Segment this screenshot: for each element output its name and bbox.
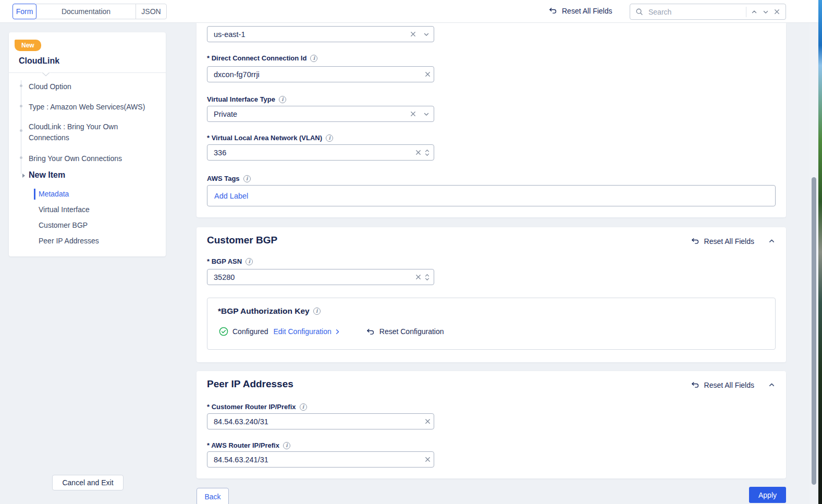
aws-tags-box: Add Label — [207, 185, 776, 206]
customer-router-label-text: * Customer Router IP/Prefix — [207, 403, 296, 411]
search-box — [630, 4, 786, 20]
sidebar-item-peer-ip-addresses[interactable]: Peer IP Addresses — [39, 237, 99, 245]
customer-router-clear-icon[interactable] — [421, 414, 434, 429]
bgp-asn-clear-icon[interactable] — [412, 269, 424, 285]
info-icon[interactable]: i — [283, 442, 290, 449]
search-input[interactable] — [647, 7, 742, 17]
tab-form[interactable]: Form — [13, 4, 36, 19]
info-icon[interactable]: i — [326, 134, 333, 142]
customer-router-input[interactable] — [207, 413, 434, 429]
search-next-icon[interactable] — [762, 8, 769, 16]
direct-connect-id-label: * Direct Connect Connection Id i — [207, 54, 317, 62]
sidebar-panel: New CloudLink Cloud Option Type : Amazon… — [9, 32, 166, 256]
bgp-asn-label: * BGP ASN i — [207, 257, 253, 265]
region-select[interactable] — [207, 26, 434, 42]
aws-router-label-text: * AWS Router IP/Prefix — [207, 441, 279, 449]
aws-router-clear-icon[interactable] — [421, 452, 434, 467]
sidebar-item-new-item[interactable]: New Item — [29, 170, 65, 180]
vlan-value[interactable] — [207, 149, 412, 157]
vlan-label-text: * Virtual Local Area Network (VLAN) — [207, 134, 322, 142]
reset-all-fields-button[interactable]: Reset All Fields — [548, 6, 612, 15]
virtual-interface-type-label-text: Virtual Interface Type — [207, 95, 275, 103]
virtual-interface-type-value[interactable] — [207, 110, 407, 118]
peer-ip-reset-button[interactable]: Reset All Fields — [691, 380, 754, 389]
desktop-edge-strip — [818, 0, 822, 504]
configured-status-text: Configured — [232, 327, 268, 336]
info-icon[interactable]: i — [279, 96, 286, 103]
tab-documentation[interactable]: Documentation — [36, 4, 136, 19]
direct-connect-clear-icon[interactable] — [421, 67, 434, 82]
peer-ip-collapse-icon[interactable] — [768, 381, 776, 389]
info-icon[interactable]: i — [300, 403, 307, 411]
tree-bullet — [20, 84, 22, 87]
aws-router-input[interactable] — [207, 451, 434, 468]
customer-bgp-collapse-icon[interactable] — [768, 237, 776, 245]
sidebar-item-metadata[interactable]: Metadata — [39, 190, 69, 198]
back-button[interactable]: Back — [197, 488, 229, 504]
sidebar-item-type-aws[interactable]: Type : Amazon Web Services(AWS) — [29, 102, 145, 113]
sidebar-title: CloudLink — [19, 56, 59, 66]
bgp-asn-input[interactable] — [207, 269, 434, 285]
region-select-value[interactable] — [207, 30, 407, 39]
customer-bgp-reset-button[interactable]: Reset All Fields — [691, 237, 754, 245]
info-icon[interactable]: i — [313, 308, 321, 315]
metadata-section-card: * Direct Connect Connection Id i Virtual… — [197, 23, 786, 217]
add-label-button[interactable]: Add Label — [214, 192, 248, 200]
tree-bullet — [20, 129, 22, 132]
vif-type-dropdown-icon[interactable] — [419, 106, 434, 121]
cancel-and-exit-button[interactable]: Cancel and Exit — [52, 475, 124, 490]
direct-connect-id-value[interactable] — [207, 70, 421, 79]
sidebar-divider — [9, 72, 166, 73]
search-clear-icon[interactable] — [774, 8, 780, 15]
direct-connect-id-input[interactable] — [207, 66, 434, 82]
region-clear-icon[interactable] — [407, 27, 419, 42]
undo-icon — [366, 327, 375, 336]
divider-caret-icon — [42, 72, 50, 77]
info-icon[interactable]: i — [243, 175, 251, 182]
sidebar-item-cloudlink-byoc[interactable]: CloudLink : Bring Your Own Connections — [29, 121, 142, 143]
tree-connector-line — [21, 80, 21, 174]
reset-configuration-button[interactable]: Reset Configuration — [366, 327, 444, 336]
bgp-auth-key-box: *BGP Authorization Key i Configured Edit… — [207, 298, 776, 350]
sidebar-item-customer-bgp[interactable]: Customer BGP — [39, 221, 88, 229]
vlan-input[interactable] — [207, 144, 434, 161]
region-dropdown-icon[interactable] — [419, 27, 434, 42]
undo-icon — [691, 380, 700, 389]
tab-json[interactable]: JSON — [136, 4, 167, 19]
peer-ip-reset-label: Reset All Fields — [704, 381, 754, 389]
vlan-clear-icon[interactable] — [412, 145, 424, 160]
aws-tags-label: AWS Tags i — [207, 175, 251, 182]
info-icon[interactable]: i — [246, 258, 253, 265]
sidebar-item-virtual-interface[interactable]: Virtual Interface — [39, 205, 90, 214]
virtual-interface-type-label: Virtual Interface Type i — [207, 95, 286, 103]
tree-bullet — [20, 105, 22, 107]
bgp-asn-stepper[interactable] — [424, 274, 430, 281]
bgp-asn-label-text: * BGP ASN — [207, 257, 242, 265]
info-icon[interactable]: i — [310, 55, 317, 62]
edit-configuration-chevron-icon[interactable] — [334, 328, 341, 335]
edit-configuration-link[interactable]: Edit Configuration — [274, 327, 332, 336]
undo-icon — [691, 237, 700, 245]
vlan-label: * Virtual Local Area Network (VLAN) i — [207, 134, 333, 142]
bgp-asn-value[interactable] — [207, 273, 412, 281]
customer-router-value[interactable] — [207, 417, 421, 426]
peer-ip-section-card: Peer IP Addresses Reset All Fields * Cus… — [197, 371, 786, 478]
search-prev-icon[interactable] — [751, 8, 758, 16]
reset-all-fields-label: Reset All Fields — [562, 7, 612, 15]
reset-configuration-label: Reset Configuration — [379, 327, 444, 336]
customer-bgp-title: Customer BGP — [207, 235, 277, 246]
apply-button[interactable]: Apply — [749, 487, 786, 503]
aws-tags-label-text: AWS Tags — [207, 175, 240, 182]
sidebar-item-bring-your-own-connections[interactable]: Bring Your Own Connections — [29, 153, 122, 164]
new-badge: New — [15, 40, 41, 51]
aws-router-value[interactable] — [207, 456, 421, 464]
sidebar-item-cloud-option[interactable]: Cloud Option — [29, 81, 71, 92]
view-tabs: Form Documentation JSON — [13, 4, 167, 19]
virtual-interface-type-select[interactable] — [207, 106, 434, 122]
vif-type-clear-icon[interactable] — [407, 106, 419, 121]
customer-bgp-section-card: Customer BGP Reset All Fields * BGP ASN … — [197, 227, 786, 362]
header-bar: Form Documentation JSON Reset All Fields — [0, 0, 818, 23]
active-item-bar — [34, 189, 35, 200]
vlan-stepper[interactable] — [424, 149, 430, 156]
scrollbar-thumb[interactable] — [812, 177, 816, 485]
